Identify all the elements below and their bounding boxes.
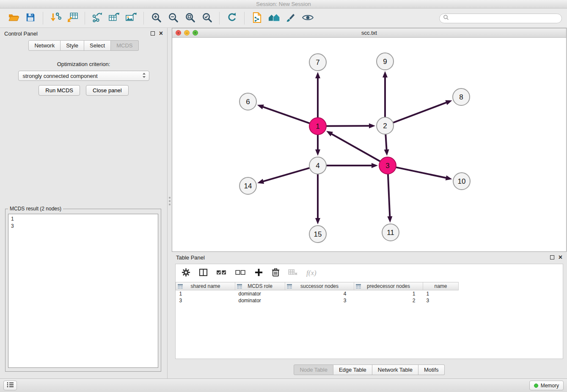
close-panel-button[interactable]: Close panel <box>86 85 129 96</box>
mcds-panel: Optimization criterion: strongly connect… <box>0 61 167 96</box>
graph-node-1[interactable]: 1 <box>309 118 326 135</box>
edge-1-6[interactable] <box>262 107 310 123</box>
node-label: 2 <box>383 122 387 130</box>
search-input[interactable] <box>451 15 558 22</box>
graph-node-14[interactable]: 14 <box>239 177 256 194</box>
status-bar: Memory <box>0 378 567 392</box>
tab-motifs[interactable]: Motifs <box>418 364 445 375</box>
toolbar-separator <box>219 12 220 25</box>
edge-3-11[interactable] <box>388 174 390 217</box>
dropdown-arrows-icon <box>142 72 146 80</box>
function-builder-button[interactable]: f(x) <box>306 269 317 277</box>
edge-arrowhead <box>383 71 388 77</box>
cell-successors[interactable]: 4 <box>285 290 354 298</box>
graph-node-15[interactable]: 15 <box>309 226 326 243</box>
maximize-window-icon[interactable]: + <box>193 30 198 36</box>
add-column-button[interactable] <box>254 268 263 279</box>
network-graph[interactable]: 7968124314101511 <box>172 38 566 251</box>
export-table-button[interactable] <box>106 10 123 26</box>
node-table-row[interactable]: 1dominator411 <box>176 290 563 298</box>
run-mcds-button[interactable]: Run MCDS <box>39 85 80 96</box>
network-canvas[interactable]: 7968124314101511 <box>172 38 566 251</box>
export-network-button[interactable] <box>89 10 106 26</box>
split-columns-button[interactable] <box>199 268 208 279</box>
tab-mcds[interactable]: MCDS <box>111 40 138 51</box>
cell-name[interactable]: 3 <box>423 297 459 304</box>
header-filler <box>459 282 563 290</box>
share-document-button[interactable] <box>248 10 265 26</box>
cell-successors[interactable]: 3 <box>285 297 354 304</box>
graph-node-6[interactable]: 6 <box>239 93 256 110</box>
column-header-name[interactable]: name <box>423 282 459 290</box>
zoom-selected-button[interactable] <box>198 10 215 26</box>
close-window-icon[interactable]: × <box>176 30 181 36</box>
cell-predecessors[interactable]: 2 <box>354 297 423 304</box>
zoom-fit-button[interactable] <box>182 10 198 26</box>
show-hide-button[interactable] <box>299 10 316 26</box>
open-folder-icon <box>8 12 19 24</box>
edge-arrowhead <box>384 149 389 156</box>
open-session-button[interactable] <box>5 10 22 26</box>
search-box <box>439 14 562 23</box>
close-panel-icon[interactable]: × <box>159 31 163 36</box>
edge-2-3[interactable] <box>385 134 386 150</box>
optimization-criterion-select[interactable]: strongly connected component <box>18 71 149 81</box>
memory-button[interactable]: Memory <box>529 381 564 390</box>
apply-style-button[interactable] <box>282 10 299 26</box>
edge-3-1[interactable] <box>331 134 380 162</box>
cell-mcds-role[interactable]: dominator <box>235 290 285 298</box>
column-type-icon <box>356 284 361 290</box>
graph-node-2[interactable]: 2 <box>377 117 394 134</box>
column-header-shared-name[interactable]: shared name <box>176 282 235 290</box>
float-panel-icon[interactable] <box>151 31 155 36</box>
task-history-button[interactable] <box>3 381 17 390</box>
export-image-button[interactable] <box>123 10 140 26</box>
column-header-successor-nodes[interactable]: successor nodes <box>285 282 354 290</box>
zoom-out-button[interactable] <box>165 10 182 26</box>
graph-node-8[interactable]: 8 <box>453 88 470 105</box>
graph-node-11[interactable]: 11 <box>382 224 399 241</box>
cell-predecessors[interactable]: 1 <box>354 290 423 298</box>
edge-3-10[interactable] <box>396 167 447 178</box>
cell-shared-name[interactable]: 1 <box>176 290 235 298</box>
table-settings-button[interactable] <box>182 268 190 279</box>
cell-shared-name[interactable]: 3 <box>176 297 235 304</box>
import-network-button[interactable] <box>47 10 64 26</box>
select-all-columns-button[interactable] <box>216 269 227 278</box>
edge-1-2[interactable] <box>326 126 370 126</box>
graph-node-7[interactable]: 7 <box>309 54 326 71</box>
float-table-panel-icon[interactable] <box>550 255 554 259</box>
minimize-window-icon[interactable]: − <box>184 30 190 36</box>
table-panel-title: Table Panel <box>176 254 205 261</box>
network-home-button[interactable] <box>265 10 282 26</box>
tab-select[interactable]: Select <box>84 40 111 51</box>
node-table-row[interactable]: 3dominator323 <box>176 297 563 304</box>
column-header-predecessor-nodes[interactable]: predecessor nodes <box>354 282 423 290</box>
vertical-splitter-handle[interactable] <box>168 196 171 207</box>
tab-network-table[interactable]: Network Table <box>372 364 418 375</box>
mcds-result-textarea[interactable]: 1 3 <box>8 214 158 368</box>
graph-node-10[interactable]: 10 <box>453 173 470 190</box>
edge-2-8[interactable] <box>393 102 447 123</box>
graph-node-3[interactable]: 3 <box>379 157 396 174</box>
unselect-all-columns-button[interactable] <box>235 269 246 278</box>
delete-column-button[interactable] <box>272 268 280 279</box>
refresh-layout-button[interactable] <box>223 10 240 26</box>
tab-node-table[interactable]: Node Table <box>294 364 333 375</box>
cell-name[interactable]: 1 <box>423 290 459 298</box>
graph-node-4[interactable]: 4 <box>309 157 326 174</box>
edge-4-14[interactable] <box>263 168 310 182</box>
tab-network[interactable]: Network <box>28 40 61 51</box>
edge-arrowhead <box>257 105 264 109</box>
save-session-button[interactable] <box>22 10 39 26</box>
network-window-titlebar[interactable]: × − + scc.txt <box>172 28 566 38</box>
graph-node-9[interactable]: 9 <box>377 53 394 70</box>
cell-mcds-role[interactable]: dominator <box>235 297 285 304</box>
tab-style[interactable]: Style <box>61 40 84 51</box>
import-table-button[interactable] <box>64 10 81 26</box>
close-table-panel-icon[interactable]: × <box>559 255 562 259</box>
node-label: 3 <box>385 162 389 170</box>
zoom-in-button[interactable] <box>148 10 165 26</box>
column-header-mcds-role[interactable]: MCDS role <box>235 282 285 290</box>
tab-edge-table[interactable]: Edge Table <box>333 364 372 375</box>
